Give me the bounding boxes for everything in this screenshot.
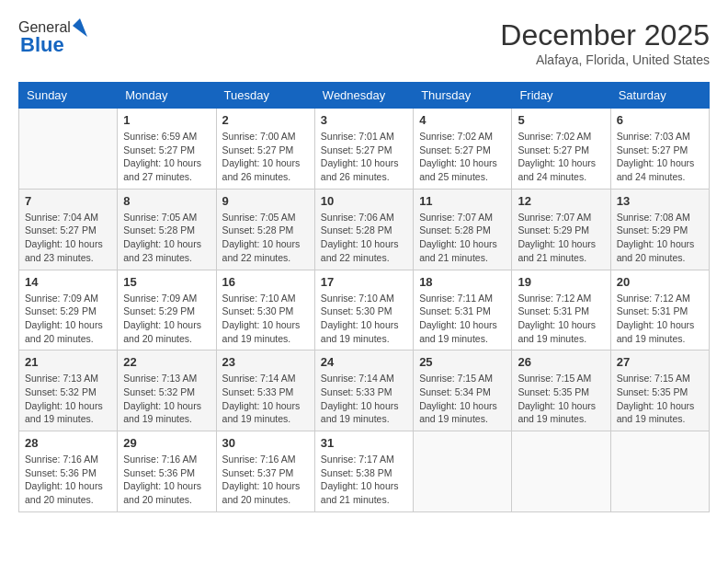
day-info: Sunrise: 7:14 AMSunset: 5:33 PMDaylight:… <box>321 372 407 426</box>
column-header-wednesday: Wednesday <box>314 83 413 109</box>
calendar-cell: 16Sunrise: 7:10 AMSunset: 5:30 PMDayligh… <box>216 270 314 350</box>
day-info: Sunrise: 7:05 AMSunset: 5:28 PMDaylight:… <box>123 211 210 265</box>
day-number: 26 <box>518 355 604 369</box>
calendar-cell: 1Sunrise: 6:59 AMSunset: 5:27 PMDaylight… <box>118 109 216 190</box>
day-info: Sunrise: 7:09 AMSunset: 5:29 PMDaylight:… <box>123 292 210 346</box>
location-label: Alafaya, Florida, United States <box>500 52 710 67</box>
day-number: 8 <box>123 194 210 208</box>
day-info: Sunrise: 7:07 AMSunset: 5:29 PMDaylight:… <box>518 211 604 265</box>
column-header-friday: Friday <box>512 83 610 109</box>
day-number: 5 <box>518 113 604 127</box>
day-number: 14 <box>25 275 111 289</box>
calendar-cell: 22Sunrise: 7:13 AMSunset: 5:32 PMDayligh… <box>118 350 216 431</box>
day-info: Sunrise: 7:12 AMSunset: 5:31 PMDaylight:… <box>617 292 703 346</box>
calendar-cell: 8Sunrise: 7:05 AMSunset: 5:28 PMDaylight… <box>118 189 216 270</box>
calendar-week-row: 1Sunrise: 6:59 AMSunset: 5:27 PMDaylight… <box>19 109 710 190</box>
day-info: Sunrise: 7:16 AMSunset: 5:36 PMDaylight:… <box>123 453 210 507</box>
day-number: 24 <box>321 355 407 369</box>
day-number: 15 <box>123 275 210 289</box>
day-info: Sunrise: 7:15 AMSunset: 5:35 PMDaylight:… <box>617 372 703 426</box>
day-number: 16 <box>222 275 309 289</box>
day-info: Sunrise: 7:09 AMSunset: 5:29 PMDaylight:… <box>25 292 111 346</box>
day-info: Sunrise: 7:16 AMSunset: 5:37 PMDaylight:… <box>222 453 309 507</box>
day-info: Sunrise: 7:02 AMSunset: 5:27 PMDaylight:… <box>518 130 604 184</box>
calendar-cell <box>512 431 610 512</box>
calendar-cell: 27Sunrise: 7:15 AMSunset: 5:35 PMDayligh… <box>610 350 709 431</box>
column-header-sunday: Sunday <box>19 83 118 109</box>
day-number: 28 <box>25 436 111 450</box>
calendar-cell: 15Sunrise: 7:09 AMSunset: 5:29 PMDayligh… <box>118 270 216 350</box>
calendar-cell: 5Sunrise: 7:02 AMSunset: 5:27 PMDaylight… <box>512 109 610 190</box>
calendar-cell: 25Sunrise: 7:15 AMSunset: 5:34 PMDayligh… <box>414 350 512 431</box>
day-info: Sunrise: 7:01 AMSunset: 5:27 PMDaylight:… <box>321 130 407 184</box>
calendar-cell: 13Sunrise: 7:08 AMSunset: 5:29 PMDayligh… <box>610 189 709 270</box>
day-number: 2 <box>222 113 309 127</box>
day-number: 9 <box>222 194 309 208</box>
calendar-cell: 10Sunrise: 7:06 AMSunset: 5:28 PMDayligh… <box>314 189 413 270</box>
day-info: Sunrise: 7:02 AMSunset: 5:27 PMDaylight:… <box>419 130 506 184</box>
day-info: Sunrise: 7:15 AMSunset: 5:35 PMDaylight:… <box>518 372 604 426</box>
day-number: 22 <box>123 355 210 369</box>
day-number: 18 <box>419 275 506 289</box>
calendar-week-row: 14Sunrise: 7:09 AMSunset: 5:29 PMDayligh… <box>19 270 710 350</box>
day-number: 10 <box>321 194 407 208</box>
day-number: 31 <box>321 436 407 450</box>
calendar-cell: 6Sunrise: 7:03 AMSunset: 5:27 PMDaylight… <box>610 109 709 190</box>
day-info: Sunrise: 7:08 AMSunset: 5:29 PMDaylight:… <box>617 211 703 265</box>
calendar-cell <box>414 431 512 512</box>
logo-bird-icon <box>73 18 87 37</box>
calendar-cell: 31Sunrise: 7:17 AMSunset: 5:38 PMDayligh… <box>314 431 413 512</box>
calendar-cell <box>610 431 709 512</box>
calendar-cell: 18Sunrise: 7:11 AMSunset: 5:31 PMDayligh… <box>414 270 512 350</box>
calendar-cell: 2Sunrise: 7:00 AMSunset: 5:27 PMDaylight… <box>216 109 314 190</box>
day-info: Sunrise: 7:12 AMSunset: 5:31 PMDaylight:… <box>518 292 604 346</box>
day-info: Sunrise: 7:10 AMSunset: 5:30 PMDaylight:… <box>222 292 309 346</box>
day-info: Sunrise: 7:05 AMSunset: 5:28 PMDaylight:… <box>222 211 309 265</box>
title-section: December 2025 Alafaya, Florida, United S… <box>500 18 710 67</box>
calendar-cell: 19Sunrise: 7:12 AMSunset: 5:31 PMDayligh… <box>512 270 610 350</box>
calendar-week-row: 28Sunrise: 7:16 AMSunset: 5:36 PMDayligh… <box>19 431 710 512</box>
svg-marker-0 <box>73 18 87 37</box>
logo: General Blue <box>18 18 87 57</box>
day-info: Sunrise: 7:16 AMSunset: 5:36 PMDaylight:… <box>25 453 111 507</box>
day-info: Sunrise: 7:00 AMSunset: 5:27 PMDaylight:… <box>222 130 309 184</box>
day-number: 23 <box>222 355 309 369</box>
calendar-cell: 17Sunrise: 7:10 AMSunset: 5:30 PMDayligh… <box>314 270 413 350</box>
calendar-cell: 26Sunrise: 7:15 AMSunset: 5:35 PMDayligh… <box>512 350 610 431</box>
day-number: 19 <box>518 275 604 289</box>
day-info: Sunrise: 7:15 AMSunset: 5:34 PMDaylight:… <box>419 372 506 426</box>
day-number: 29 <box>123 436 210 450</box>
calendar-cell: 14Sunrise: 7:09 AMSunset: 5:29 PMDayligh… <box>19 270 118 350</box>
day-number: 4 <box>419 113 506 127</box>
calendar-cell: 4Sunrise: 7:02 AMSunset: 5:27 PMDaylight… <box>414 109 512 190</box>
calendar-table: SundayMondayTuesdayWednesdayThursdayFrid… <box>18 82 710 512</box>
month-title: December 2025 <box>500 18 710 52</box>
calendar-cell: 3Sunrise: 7:01 AMSunset: 5:27 PMDaylight… <box>314 109 413 190</box>
day-info: Sunrise: 7:06 AMSunset: 5:28 PMDaylight:… <box>321 211 407 265</box>
day-info: Sunrise: 6:59 AMSunset: 5:27 PMDaylight:… <box>123 130 210 184</box>
day-number: 21 <box>25 355 111 369</box>
day-number: 13 <box>617 194 703 208</box>
day-info: Sunrise: 7:07 AMSunset: 5:28 PMDaylight:… <box>419 211 506 265</box>
column-header-monday: Monday <box>118 83 216 109</box>
day-number: 12 <box>518 194 604 208</box>
day-info: Sunrise: 7:13 AMSunset: 5:32 PMDaylight:… <box>25 372 111 426</box>
day-number: 3 <box>321 113 407 127</box>
logo-blue-text: Blue <box>20 33 64 57</box>
calendar-week-row: 21Sunrise: 7:13 AMSunset: 5:32 PMDayligh… <box>19 350 710 431</box>
column-header-saturday: Saturday <box>610 83 709 109</box>
day-number: 7 <box>25 194 111 208</box>
day-info: Sunrise: 7:14 AMSunset: 5:33 PMDaylight:… <box>222 372 309 426</box>
page-header: General Blue December 2025 Alafaya, Flor… <box>18 18 710 67</box>
day-number: 20 <box>617 275 703 289</box>
day-number: 1 <box>123 113 210 127</box>
calendar-cell: 21Sunrise: 7:13 AMSunset: 5:32 PMDayligh… <box>19 350 118 431</box>
calendar-cell: 11Sunrise: 7:07 AMSunset: 5:28 PMDayligh… <box>414 189 512 270</box>
calendar-cell: 9Sunrise: 7:05 AMSunset: 5:28 PMDaylight… <box>216 189 314 270</box>
calendar-header-row: SundayMondayTuesdayWednesdayThursdayFrid… <box>19 83 710 109</box>
calendar-cell: 24Sunrise: 7:14 AMSunset: 5:33 PMDayligh… <box>314 350 413 431</box>
calendar-cell: 28Sunrise: 7:16 AMSunset: 5:36 PMDayligh… <box>19 431 118 512</box>
calendar-cell: 29Sunrise: 7:16 AMSunset: 5:36 PMDayligh… <box>118 431 216 512</box>
calendar-cell: 7Sunrise: 7:04 AMSunset: 5:27 PMDaylight… <box>19 189 118 270</box>
day-info: Sunrise: 7:17 AMSunset: 5:38 PMDaylight:… <box>321 453 407 507</box>
